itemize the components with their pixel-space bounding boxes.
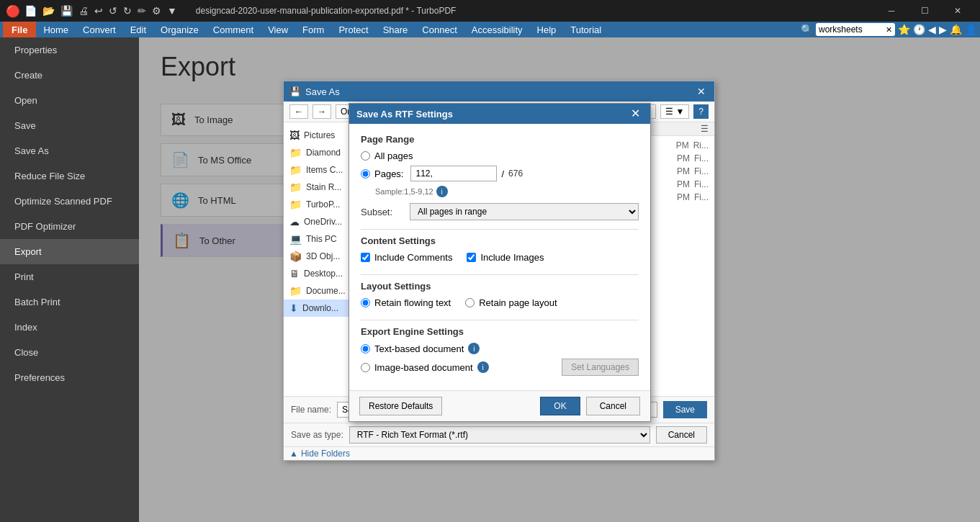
menu-help[interactable]: Help xyxy=(530,22,564,37)
undo-left-icon[interactable]: ↩ xyxy=(94,5,103,17)
save-icon[interactable]: 💾 xyxy=(60,5,73,17)
include-comments-checkbox[interactable] xyxy=(361,253,370,262)
menu-view[interactable]: View xyxy=(261,22,295,37)
save-button[interactable]: Save xyxy=(663,401,707,418)
text-based-info-icon[interactable]: i xyxy=(468,343,480,354)
favorites-icon[interactable]: ⭐ xyxy=(898,24,910,35)
filename-label: File name: xyxy=(291,405,331,415)
text-based-radio[interactable] xyxy=(361,344,370,354)
restore-defaults-button[interactable]: Restore Defaults xyxy=(359,397,442,415)
folder-pictures-label: Pictures xyxy=(304,130,335,140)
save-as-close-button[interactable]: ✕ xyxy=(694,84,709,99)
menu-convert[interactable]: Convert xyxy=(76,22,123,37)
image-based-label: Image-based document xyxy=(374,362,473,373)
file-kind-5: Fi... xyxy=(694,192,709,202)
sidebar-item-export[interactable]: Export xyxy=(0,239,139,264)
rtf-footer: Restore Defaults OK Cancel xyxy=(349,390,650,421)
sidebar-item-index[interactable]: Index xyxy=(0,315,139,340)
retain-page-label: Retain page layout xyxy=(479,297,557,308)
save-as-forward-button[interactable]: → xyxy=(313,104,331,119)
menu-form[interactable]: Form xyxy=(295,22,331,37)
total-pages: 676 xyxy=(508,168,523,179)
menu-organize[interactable]: Organize xyxy=(153,22,206,37)
menu-protect[interactable]: Protect xyxy=(331,22,375,37)
menu-connect[interactable]: Connect xyxy=(415,22,464,37)
rtf-close-button[interactable]: ✕ xyxy=(628,107,643,121)
undo-icon[interactable]: ↺ xyxy=(109,5,117,17)
save-as-help-button[interactable]: ? xyxy=(693,104,709,119)
menu-home[interactable]: Home xyxy=(36,22,76,37)
retain-flowing-radio[interactable] xyxy=(361,298,370,307)
menu-edit[interactable]: Edit xyxy=(123,22,153,37)
file-kind-1: Ri... xyxy=(693,140,709,150)
divider-1 xyxy=(361,229,639,230)
menu-tutorial[interactable]: Tutorial xyxy=(563,22,608,37)
sidebar-item-optimize-scanned-pdf[interactable]: Optimize Scanned PDF xyxy=(0,189,139,214)
all-pages-radio[interactable] xyxy=(361,151,370,161)
save-as-cancel-button[interactable]: Cancel xyxy=(656,426,707,444)
save-as-back-button[interactable]: ← xyxy=(289,104,308,119)
hide-folders-row[interactable]: ▲ Hide Folders xyxy=(284,446,714,460)
forward-nav-icon[interactable]: ▶ xyxy=(939,24,947,35)
sidebar-item-close[interactable]: Close xyxy=(0,340,139,365)
sidebar-item-batch-print[interactable]: Batch Print xyxy=(0,289,139,315)
rtf-ok-button[interactable]: OK xyxy=(540,397,580,415)
sidebar-item-print[interactable]: Print xyxy=(0,264,139,289)
include-comments-label: Include Comments xyxy=(374,252,452,263)
pages-input[interactable] xyxy=(410,166,497,181)
print-icon[interactable]: 🖨 xyxy=(78,5,89,17)
menu-share[interactable]: Share xyxy=(376,22,415,37)
menu-accessibility[interactable]: Accessibility xyxy=(464,22,530,37)
sidebar-item-pdf-optimizer[interactable]: PDF Optimizer xyxy=(0,214,139,239)
save-as-dialog-title: Save As xyxy=(305,86,340,97)
layout-settings-title: Layout Settings xyxy=(361,281,639,292)
sidebar-item-preferences[interactable]: Preferences xyxy=(0,365,139,390)
save-as-view-options-button[interactable]: ☰ ▼ xyxy=(660,104,689,119)
sidebar-item-reduce-file-size[interactable]: Reduce File Size xyxy=(0,163,139,189)
this-pc-icon: 💻 xyxy=(289,233,302,245)
dropdown-icon[interactable]: ▼ xyxy=(167,5,177,17)
set-languages-button[interactable]: Set Languages xyxy=(562,359,639,376)
page-range-info-icon[interactable]: i xyxy=(436,186,448,197)
maximize-button[interactable]: ☐ xyxy=(908,0,941,22)
search-icon: 🔍 xyxy=(801,24,813,35)
image-based-radio[interactable] xyxy=(361,363,370,372)
search-box[interactable]: ✕ xyxy=(816,23,895,36)
sidebar-item-save-as[interactable]: Save As xyxy=(0,138,139,163)
search-clear-icon[interactable]: ✕ xyxy=(886,25,892,35)
image-based-info-icon[interactable]: i xyxy=(477,361,489,373)
minimize-button[interactable]: ─ xyxy=(875,0,908,22)
sidebar-item-save[interactable]: Save xyxy=(0,113,139,138)
search-input[interactable] xyxy=(819,24,884,35)
pages-radio[interactable] xyxy=(361,169,370,179)
retain-page-radio[interactable] xyxy=(465,298,475,307)
rtf-cancel-button[interactable]: Cancel xyxy=(586,397,640,415)
history-icon[interactable]: 🕐 xyxy=(913,24,925,35)
include-images-checkbox[interactable] xyxy=(467,253,476,262)
folder-3d-objects-label: 3D Obj... xyxy=(306,251,340,261)
new-icon[interactable]: 📄 xyxy=(24,5,37,17)
sidebar-item-create[interactable]: Create xyxy=(0,63,139,88)
user-icon[interactable]: 👤 xyxy=(965,24,977,35)
close-window-button[interactable]: ✕ xyxy=(941,0,974,22)
pictures-icon: 🖼 xyxy=(289,130,300,141)
sidebar-item-open[interactable]: Open xyxy=(0,88,139,113)
menu-comment[interactable]: Comment xyxy=(206,22,261,37)
chevron-up-icon: ▲ xyxy=(289,449,298,459)
open-icon[interactable]: 📂 xyxy=(42,5,55,17)
save-as-footer-filetype: Save as type: RTF - Rich Text Format (*.… xyxy=(284,423,714,446)
back-nav-icon[interactable]: ◀ xyxy=(928,24,936,35)
file-kind-3: Fi... xyxy=(694,166,709,176)
filetype-select[interactable]: RTF - Rich Text Format (*.rtf) xyxy=(349,426,650,444)
redo-icon[interactable]: ↻ xyxy=(123,5,132,17)
pencil-icon[interactable]: ✏ xyxy=(138,5,146,17)
notifications-icon[interactable]: 🔔 xyxy=(950,24,962,35)
file-kind-2: Fi... xyxy=(694,153,709,163)
file-menu-tab[interactable]: File xyxy=(3,22,36,37)
subset-select[interactable]: All pages in range Even pages only Odd p… xyxy=(410,203,639,220)
sidebar-item-properties[interactable]: Properties xyxy=(0,37,139,63)
view-toggle-icon[interactable]: ☰ xyxy=(701,124,709,134)
folder-diamond-label: Diamond xyxy=(306,148,341,158)
main-layout: Properties Create Open Save Save As Redu… xyxy=(0,37,980,522)
more-tools-icon[interactable]: ⚙ xyxy=(152,5,161,17)
